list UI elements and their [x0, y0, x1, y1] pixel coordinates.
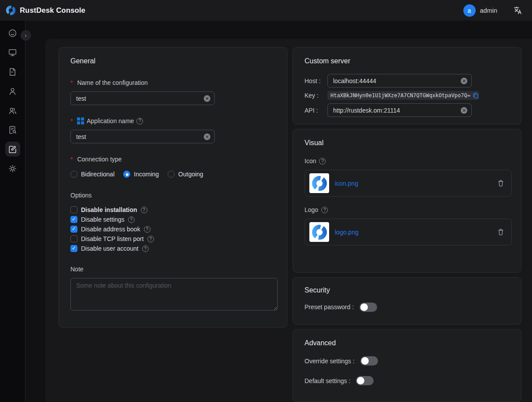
- radio-button[interactable]: [168, 171, 175, 178]
- host-field[interactable]: [328, 74, 471, 87]
- clear-icon[interactable]: ✕: [204, 95, 210, 102]
- connection-type-radios: Bidirectional Incoming Outgoing: [70, 171, 275, 178]
- icon-thumbnail: [309, 173, 329, 193]
- sidebar-item-audit[interactable]: [0, 120, 26, 139]
- clear-icon[interactable]: ✕: [204, 133, 210, 140]
- app-name-field[interactable]: [71, 130, 214, 143]
- connection-type-label: Connection type: [70, 155, 275, 164]
- checkbox[interactable]: [70, 206, 77, 213]
- edit-icon: [5, 142, 20, 157]
- default-settings-toggle[interactable]: [356, 376, 374, 385]
- help-icon[interactable]: ?: [144, 226, 150, 233]
- option-disable-address-book[interactable]: Disable address book ?: [70, 224, 275, 234]
- advanced-card: Advanced Override settings : Default set…: [293, 329, 521, 402]
- visual-title: Visual: [305, 138, 510, 148]
- audit-log-icon: [5, 122, 20, 137]
- radio-label: Outgoing: [178, 171, 203, 178]
- logo-thumbnail: [309, 222, 329, 242]
- logo-file-link[interactable]: logo.png: [335, 229, 359, 236]
- general-card: General Name of the configuration ✕ Appl…: [59, 47, 287, 328]
- checkbox[interactable]: [70, 245, 77, 252]
- sidebar-expand-button[interactable]: ›: [21, 30, 31, 40]
- brand: RustDesk Console: [6, 5, 85, 15]
- help-icon[interactable]: ?: [136, 118, 143, 124]
- sidebar-item-configurations[interactable]: [0, 139, 26, 159]
- icon-upload-item: icon.png: [305, 170, 512, 197]
- app-title: RustDesk Console: [20, 6, 85, 15]
- option-label: Disable user account: [81, 245, 139, 252]
- checkbox[interactable]: [70, 235, 77, 242]
- override-settings-label: Override settings :: [305, 358, 355, 365]
- avatar[interactable]: a: [463, 4, 476, 17]
- api-label: API :: [305, 107, 327, 114]
- option-label: Disable settings: [81, 216, 125, 223]
- app-name-label: Application name ?: [70, 117, 275, 125]
- delete-icon[interactable]: [497, 228, 504, 236]
- user-menu[interactable]: a admin: [463, 4, 498, 17]
- radio-bidirectional[interactable]: Bidirectional: [70, 171, 114, 178]
- help-icon[interactable]: ?: [141, 207, 147, 213]
- document-icon: [5, 64, 20, 79]
- radio-label: Bidirectional: [81, 171, 114, 178]
- host-label: Host :: [305, 77, 327, 84]
- advanced-title: Advanced: [305, 338, 510, 348]
- api-field[interactable]: [328, 104, 471, 117]
- left-column: General Name of the configuration ✕ Appl…: [59, 47, 287, 402]
- config-name-input[interactable]: ✕: [70, 91, 215, 105]
- app-name-input[interactable]: ✕: [70, 130, 215, 143]
- option-disable-settings[interactable]: Disable settings ?: [70, 215, 275, 224]
- security-title: Security: [305, 285, 510, 295]
- options-label: Options: [70, 191, 275, 200]
- sidebar-item-documents[interactable]: [0, 62, 26, 81]
- content-area: General Name of the configuration ✕ Appl…: [45, 39, 532, 402]
- api-input[interactable]: ✕: [327, 103, 472, 117]
- help-icon[interactable]: ?: [321, 207, 328, 213]
- help-icon[interactable]: ?: [319, 158, 326, 164]
- icon-file-link[interactable]: icon.png: [335, 180, 358, 187]
- option-label: Disable TCP listen port: [81, 235, 144, 242]
- radio-outgoing[interactable]: Outgoing: [168, 171, 203, 178]
- preset-password-label: Preset password :: [305, 303, 354, 311]
- windows-logo-icon: [77, 117, 84, 124]
- option-label: Disable address book: [81, 226, 140, 233]
- key-value: HtaXBkJNHyn0e1U1jWXze7A7CN7QTGWqxkOtpaVp…: [327, 91, 479, 100]
- settings-icon: [5, 161, 20, 176]
- sidebar-item-settings[interactable]: [0, 159, 26, 178]
- options-list: Disable installation ? Disable settings …: [70, 205, 275, 253]
- radio-button[interactable]: [123, 171, 130, 178]
- clear-icon[interactable]: ✕: [461, 77, 467, 84]
- sidebar-item-devices[interactable]: [0, 43, 26, 62]
- preset-password-toggle[interactable]: [360, 303, 377, 312]
- help-icon[interactable]: ?: [147, 236, 154, 242]
- option-disable-installation[interactable]: Disable installation ?: [70, 205, 275, 215]
- delete-icon[interactable]: [497, 179, 504, 187]
- config-name-field[interactable]: [71, 92, 214, 105]
- option-disable-tcp-listen-port[interactable]: Disable TCP listen port ?: [70, 234, 275, 244]
- translate-icon[interactable]: [513, 6, 522, 15]
- sidebar: [0, 21, 26, 402]
- host-input[interactable]: ✕: [327, 74, 472, 88]
- general-title: General: [70, 56, 275, 66]
- monitor-icon: [5, 45, 20, 60]
- sidebar-item-user[interactable]: [0, 81, 26, 101]
- clear-icon[interactable]: ✕: [461, 107, 467, 113]
- note-textarea[interactable]: [70, 278, 278, 311]
- custom-server-title: Custom server: [305, 56, 510, 66]
- note-label: Note: [70, 265, 275, 274]
- visual-card: Visual Icon? icon.png: [293, 129, 521, 273]
- override-settings-toggle[interactable]: [360, 356, 378, 365]
- checkbox[interactable]: [70, 226, 77, 233]
- right-column: Custom server Host : ✕ Key : HtaXBkJNHyn…: [293, 47, 521, 402]
- radio-button[interactable]: [70, 171, 77, 178]
- user-icon: [5, 84, 20, 99]
- icon-label: Icon?: [305, 157, 510, 164]
- sidebar-item-groups[interactable]: [0, 101, 26, 120]
- radio-incoming[interactable]: Incoming: [123, 171, 159, 178]
- logo-label: Logo?: [305, 206, 510, 213]
- help-icon[interactable]: ?: [142, 245, 149, 252]
- option-disable-user-account[interactable]: Disable user account ?: [70, 244, 275, 253]
- checkbox[interactable]: [70, 216, 77, 223]
- key-label: Key :: [305, 92, 327, 99]
- help-icon[interactable]: ?: [128, 216, 135, 223]
- copy-icon[interactable]: [473, 92, 479, 99]
